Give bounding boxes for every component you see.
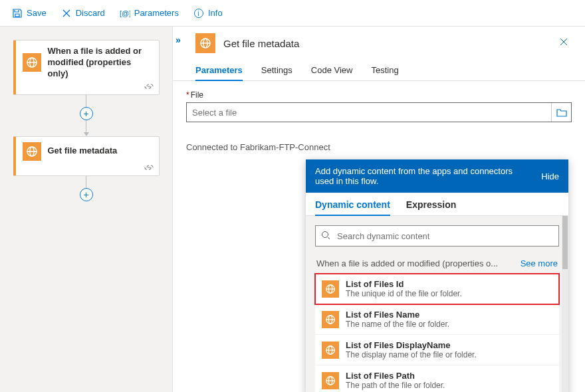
parameters-icon: [@] — [120, 8, 130, 19]
file-input-wrapper — [186, 102, 572, 122]
ftp-icon — [322, 311, 339, 328]
scrollbar[interactable] — [562, 216, 568, 392]
dynamic-search-wrapper — [315, 225, 559, 246]
dynamic-content-tabs: Dynamic content Expression — [306, 193, 568, 216]
save-button[interactable]: Save — [7, 5, 52, 21]
tab-parameters[interactable]: Parameters — [195, 60, 243, 80]
panel-tabs: Parameters Settings Code View Testing — [173, 60, 585, 81]
connector-2: + — [7, 176, 166, 201]
tab-testing[interactable]: Testing — [371, 60, 398, 80]
item-desc: The path of the file or folder. — [346, 381, 552, 390]
info-icon: i — [193, 8, 204, 19]
svg-point-9 — [322, 231, 328, 237]
file-input[interactable] — [187, 108, 551, 118]
tab-expression[interactable]: Expression — [406, 199, 456, 215]
ftp-icon — [23, 142, 41, 161]
item-title: List of Files Path — [346, 371, 552, 381]
ftp-icon — [23, 53, 41, 72]
connection-status: Connected to Fabrikam-FTP-Connect — [186, 142, 572, 152]
tab-code-view[interactable]: Code View — [311, 60, 353, 80]
dynamic-content-items: List of Files Id The unique id of the fi… — [315, 274, 559, 392]
save-label: Save — [27, 8, 47, 18]
collapse-panel-icon[interactable]: » — [176, 35, 181, 45]
workflow-canvas: When a file is added or modified (proper… — [0, 27, 173, 392]
panel-title: Get file metadata — [223, 38, 556, 49]
info-label: Info — [208, 8, 223, 18]
dc-item-files-path[interactable]: List of Files Path The path of the file … — [315, 365, 559, 392]
info-button[interactable]: i Info — [188, 5, 228, 21]
parameters-label: Parameters — [134, 8, 179, 18]
dc-item-files-id[interactable]: List of Files Id The unique id of the fi… — [315, 274, 559, 304]
trigger-card[interactable]: When a file is added or modified (proper… — [13, 40, 160, 95]
add-step-button[interactable]: + — [80, 107, 93, 120]
ftp-icon — [322, 280, 339, 298]
svg-text:i: i — [197, 10, 199, 17]
item-desc: The name of the file or folder. — [346, 320, 552, 329]
file-field-label: *File — [186, 90, 572, 100]
tab-dynamic-content[interactable]: Dynamic content — [315, 199, 390, 215]
dynamic-content-banner: Add dynamic content from the apps and co… — [306, 159, 568, 193]
ftp-icon — [322, 372, 339, 389]
action-title: Get file metadata — [48, 146, 118, 157]
action-card[interactable]: Get file metadata — [13, 136, 160, 176]
ftp-icon — [322, 342, 339, 359]
dc-item-files-displayname[interactable]: List of Files DisplayName The display na… — [315, 335, 559, 365]
details-panel: » Get file metadata Parameters Settings … — [173, 27, 585, 392]
add-step-button[interactable]: + — [80, 188, 93, 201]
item-title: List of Files DisplayName — [346, 340, 552, 350]
link-icon — [144, 163, 154, 173]
trigger-title: When a file is added or modified (proper… — [48, 46, 152, 80]
save-icon — [12, 8, 23, 19]
item-title: List of Files Id — [346, 279, 552, 289]
parameters-button[interactable]: [@] Parameters — [114, 5, 184, 21]
top-toolbar: Save Discard [@] Parameters i Info — [0, 0, 585, 27]
item-desc: The display name of the file or folder. — [346, 350, 552, 359]
hide-button[interactable]: Hide — [541, 171, 559, 181]
dynamic-content-popup: Add dynamic content from the apps and co… — [306, 159, 568, 392]
scrollbar-thumb[interactable] — [562, 216, 568, 269]
item-desc: The unique id of the file or folder. — [346, 289, 552, 298]
discard-icon — [61, 8, 72, 19]
banner-text: Add dynamic content from the apps and co… — [315, 166, 515, 186]
search-icon — [321, 231, 330, 242]
parameters-form: *File Connected to Fabrikam-FTP-Connect — [173, 81, 585, 161]
ftp-icon — [195, 33, 215, 53]
close-panel-button[interactable] — [556, 34, 572, 53]
dynamic-content-body: When a file is added or modified (proper… — [306, 216, 568, 392]
discard-button[interactable]: Discard — [56, 5, 110, 21]
panel-header: Get file metadata — [173, 27, 585, 60]
dc-section-header: When a file is added or modified (proper… — [315, 256, 559, 274]
browse-folder-button[interactable] — [551, 103, 571, 122]
see-more-link[interactable]: See more — [521, 258, 558, 268]
tab-settings[interactable]: Settings — [261, 60, 292, 80]
link-icon — [144, 82, 154, 92]
dc-section-title: When a file is added or modified (proper… — [316, 258, 498, 268]
item-title: List of Files Name — [346, 310, 552, 320]
svg-text:[@]: [@] — [120, 9, 130, 17]
dynamic-search-input[interactable] — [337, 231, 553, 241]
discard-label: Discard — [76, 8, 105, 18]
dc-item-files-name[interactable]: List of Files Name The name of the file … — [315, 304, 559, 335]
connector-1: + — [7, 95, 166, 136]
